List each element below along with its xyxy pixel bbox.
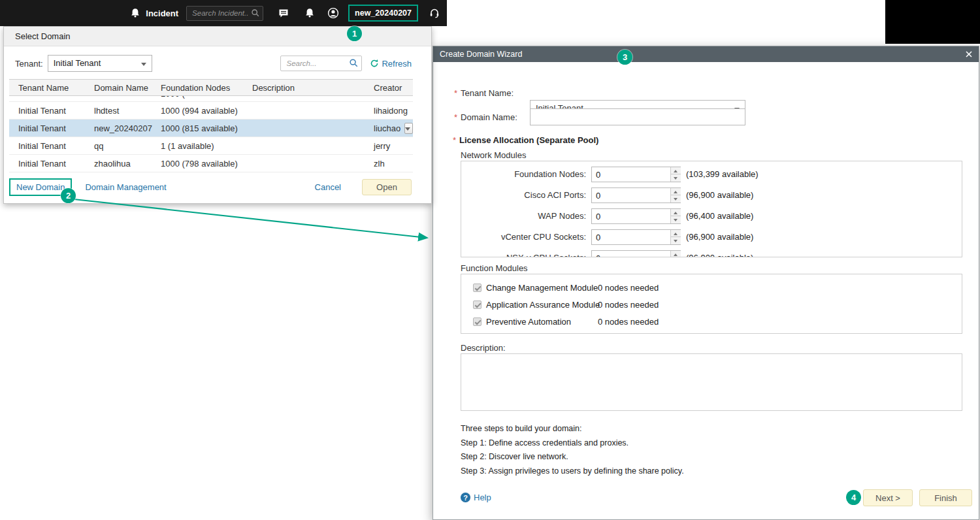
required-asterisk: *: [453, 135, 456, 145]
change-management-checkbox[interactable]: [473, 284, 482, 292]
function-modules-label: Function Modules: [461, 263, 528, 273]
stepper-up-icon[interactable]: [671, 251, 681, 257]
function-modules-box: Change Management Module 0 nodes needed …: [461, 274, 962, 334]
domain-name-input[interactable]: [530, 108, 745, 125]
finish-button[interactable]: Finish: [919, 489, 972, 506]
network-module-row: WAP Nodes: (96,400 available): [461, 208, 962, 224]
table-row[interactable]: Initial Tenant qq 1 (1 available) jerry: [9, 137, 413, 155]
available-count: (96,400 available): [686, 208, 753, 224]
network-module-row: vCenter CPU Sockets: (96,900 available): [461, 229, 962, 245]
vcenter-cpu-sockets-input[interactable]: [592, 230, 670, 244]
available-count: (96,900 available): [686, 229, 753, 245]
network-module-row: NSX-v CPU Sockets: (96,900 available): [461, 250, 962, 257]
stepper-down-icon[interactable]: [671, 237, 681, 244]
table-row[interactable]: Initial Tenant zhaolihua 1000 (798 avail…: [9, 155, 413, 172]
nsx-v-cpu-sockets-input[interactable]: [592, 251, 670, 257]
available-count: (96,900 available): [686, 250, 753, 257]
cisco-aci-ports-stepper: [591, 187, 681, 203]
nodes-needed: 0 nodes needed: [598, 314, 659, 331]
top-bar: Incident new_20240207: [0, 0, 447, 26]
step-3: Step 3: Assign privileges to users by de…: [461, 466, 684, 476]
annotation-badge-1: 1: [347, 26, 362, 41]
stepper-up-icon[interactable]: [671, 230, 681, 237]
foundation-nodes-stepper: [591, 167, 681, 182]
refresh-button[interactable]: Refresh: [370, 59, 412, 69]
preventive-automation-checkbox[interactable]: [473, 317, 482, 326]
close-icon[interactable]: [964, 50, 973, 59]
annotation-badge-3: 3: [617, 50, 632, 65]
function-module-row: Preventive Automation 0 nodes needed: [461, 314, 962, 331]
stepper-up-icon[interactable]: [671, 188, 681, 195]
row-dropdown-button[interactable]: [404, 123, 413, 134]
required-asterisk: *: [454, 112, 457, 122]
foundation-nodes-input[interactable]: [592, 167, 670, 182]
search-icon[interactable]: [349, 58, 359, 68]
column-header: Creator: [368, 83, 413, 93]
wizard-title: Create Domain Wizard: [440, 50, 522, 59]
stepper-up-icon[interactable]: [671, 167, 681, 174]
chat-icon[interactable]: [278, 7, 289, 19]
create-domain-wizard: Create Domain Wizard *Tenant Name: Initi…: [433, 46, 979, 520]
description-label: Description:: [461, 343, 506, 353]
nsx-v-cpu-sockets-stepper: [591, 250, 681, 257]
tenant-name-label: *Tenant Name:: [454, 88, 514, 98]
account-icon[interactable]: [327, 7, 339, 19]
clipped-table-row: 1000 (: [9, 96, 413, 102]
stepper-down-icon[interactable]: [671, 216, 681, 223]
table-header: Tenant Name Domain Name Foundation Nodes…: [9, 79, 413, 96]
new-domain-button[interactable]: New Domain: [16, 182, 65, 192]
cisco-aci-ports-input[interactable]: [592, 188, 670, 203]
function-module-row: Change Management Module 0 nodes needed: [461, 280, 962, 297]
stepper-down-icon[interactable]: [671, 195, 681, 203]
step-1: Step 1: Define access credentials and pr…: [461, 438, 629, 447]
notification-bell-icon[interactable]: [304, 7, 316, 19]
refresh-icon: [370, 59, 379, 68]
application-assurance-checkbox[interactable]: [473, 301, 482, 309]
available-count: (96,900 available): [686, 187, 753, 203]
tenant-select[interactable]: Initial Tenant: [48, 55, 152, 72]
open-button[interactable]: Open: [362, 179, 412, 195]
wap-nodes-stepper: [591, 208, 681, 224]
chevron-down-icon: [141, 63, 146, 66]
incident-label: Incident: [146, 8, 178, 18]
dialog-title: Select Domain: [4, 27, 431, 46]
network-module-row: Foundation Nodes: (103,399 available): [461, 167, 962, 182]
help-link[interactable]: ? Help: [461, 493, 491, 502]
domain-management-link[interactable]: Domain Management: [85, 182, 166, 192]
incident-search: [186, 6, 263, 21]
search-icon: [251, 8, 260, 18]
function-module-row: Application Assurance Module 0 nodes nee…: [461, 297, 962, 314]
required-asterisk: *: [454, 88, 457, 98]
annotation-badge-2: 2: [61, 188, 76, 203]
column-header: Tenant Name: [9, 83, 89, 93]
steps-intro: Three steps to build your domain:: [461, 424, 582, 433]
domain-table: Tenant Name Domain Name Foundation Nodes…: [9, 79, 413, 172]
nodes-needed: 0 nodes needed: [598, 297, 659, 314]
network-modules-label: Network Modules: [461, 150, 526, 160]
wizard-titlebar: Create Domain Wizard: [433, 46, 979, 62]
table-row-selected[interactable]: Initial Tenant new_20240207 1000 (815 av…: [9, 120, 413, 137]
stepper-up-icon[interactable]: [671, 209, 681, 216]
current-domain-button[interactable]: new_20240207: [348, 5, 418, 22]
support-headset-icon[interactable]: [429, 7, 440, 19]
select-domain-dialog: Select Domain Tenant: Initial Tenant Ref…: [3, 26, 432, 204]
cancel-button[interactable]: Cancel: [315, 182, 341, 192]
select-domain-controls: Tenant: Initial Tenant Refresh: [4, 46, 431, 79]
tenant-select-value: Initial Tenant: [54, 58, 101, 68]
domain-search: [280, 56, 362, 71]
description-textarea[interactable]: [461, 353, 962, 411]
incident-bell-icon: [129, 7, 141, 19]
column-header: Domain Name: [89, 83, 155, 93]
license-allocation-label: *License Allocation (Separate Pool): [453, 135, 598, 145]
redacted-area: [885, 0, 980, 44]
next-button[interactable]: Next >: [863, 489, 913, 506]
chevron-down-icon: [405, 127, 410, 131]
column-header: Description: [247, 83, 368, 93]
network-modules-box: Foundation Nodes: (103,399 available) Ci…: [461, 161, 962, 257]
domain-name-label: *Domain Name:: [454, 112, 517, 122]
stepper-down-icon[interactable]: [671, 174, 681, 182]
tenant-label: Tenant:: [15, 59, 43, 69]
step-2: Step 2: Discover live network.: [461, 452, 568, 461]
wap-nodes-input[interactable]: [592, 209, 670, 223]
table-row[interactable]: Initial Tenant lhdtest 1000 (994 availab…: [9, 102, 413, 120]
